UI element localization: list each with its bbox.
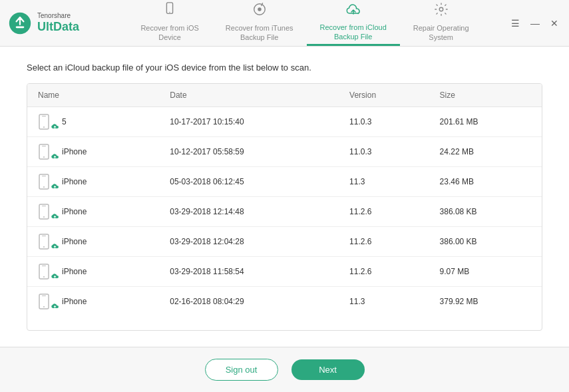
cell-date-3: 03-29-2018 12:14:48 [159,197,339,227]
tab-ios-device[interactable]: Recover from iOSDevice [127,0,212,46]
svg-point-11 [43,156,45,158]
window-controls: ☰ — ✕ [508,17,561,30]
svg-point-6 [439,7,443,11]
ios-device-icon [162,2,177,21]
svg-rect-1 [16,26,25,28]
cell-name-3: iPhone [27,197,159,227]
page-instruction: Select an iCloud backup file of your iOS… [27,63,542,73]
sign-out-button[interactable]: Sign out [205,359,278,381]
title-bar: Tenorshare UltData Recover from iOSDevic… [0,0,569,47]
table-row[interactable]: iPhone 05-03-2018 06:12:4511.323.46 MB [27,167,542,197]
cell-version-0: 11.0.3 [339,107,429,137]
table-row[interactable]: iPhone 03-29-2018 12:04:2811.2.6386.00 K… [27,227,542,257]
table-header-row: Name Date Version Size [27,84,542,107]
menu-button[interactable]: ☰ [508,17,522,30]
cell-name-2: iPhone [27,167,159,197]
svg-point-5 [258,7,262,11]
svg-rect-18 [42,206,46,206]
cell-size-0: 201.61 MB [429,107,542,137]
svg-point-26 [43,306,45,307]
cell-version-6: 11.3 [339,287,429,317]
table-row[interactable]: 5 10-17-2017 10:15:4011.0.3201.61 MB [27,107,542,137]
cell-version-3: 11.2.6 [339,197,429,227]
tab-repair-os[interactable]: Repair OperatingSystem [400,0,482,46]
cell-date-1: 10-12-2017 05:58:59 [159,137,339,167]
svg-point-17 [43,216,45,218]
svg-rect-15 [42,176,46,176]
icloud-icon [345,3,361,20]
cloud-badge [51,122,59,131]
table-row[interactable]: iPhone 10-12-2017 05:58:5911.0.324.22 MB [27,137,542,167]
device-name: iPhone [62,267,87,276]
cell-version-2: 11.3 [339,167,429,197]
close-button[interactable]: ✕ [548,17,561,30]
logo: Tenorshare UltData [8,11,101,35]
cell-size-6: 379.92 MB [429,287,542,317]
cell-date-0: 10-17-2017 10:15:40 [159,107,339,137]
cell-name-1: iPhone [27,137,159,167]
next-button[interactable]: Next [291,359,365,380]
device-icon [38,264,58,280]
tab-icloud-backup-label: Recover from iCloudBackup File [320,23,387,42]
logo-icon [8,11,32,35]
backup-table: Name Date Version Size [27,84,542,316]
table-body: 5 10-17-2017 10:15:4011.0.3201.61 MB [27,107,542,317]
device-icon [38,174,58,190]
table-row[interactable]: iPhone 03-29-2018 12:14:4811.2.6386.08 K… [27,197,542,227]
footer: Sign out Next [0,347,569,392]
svg-point-23 [43,276,45,278]
cloud-badge [51,242,59,251]
svg-point-8 [43,126,45,128]
brand-bottom: UltData [37,20,79,35]
cell-size-5: 9.07 MB [429,257,542,287]
navigation-tabs: Recover from iOSDevice Recover from iTun… [101,0,508,46]
brand-top: Tenorshare [37,12,79,20]
device-icon [38,294,58,309]
col-name: Name [27,84,159,107]
main-content: Select an iCloud backup file of your iOS… [0,47,569,347]
cloud-badge [51,301,59,311]
svg-rect-27 [42,295,46,296]
table-row[interactable]: iPhone 03-29-2018 11:58:5411.2.69.07 MB [27,257,542,287]
svg-rect-24 [42,266,46,266]
tab-itunes-backup[interactable]: Recover from iTunesBackup File [212,0,307,46]
cell-date-5: 03-29-2018 11:58:54 [159,257,339,287]
tab-itunes-backup-label: Recover from iTunesBackup File [226,23,293,43]
itunes-icon [252,2,267,21]
cell-name-0: 5 [27,107,159,137]
device-icon [38,144,58,160]
device-name: iPhone [62,207,87,216]
cell-version-4: 11.2.6 [339,227,429,257]
minimize-button[interactable]: — [528,17,542,30]
cell-date-2: 05-03-2018 06:12:45 [159,167,339,197]
cloud-badge [51,212,59,221]
tab-ios-device-label: Recover from iOSDevice [140,23,198,43]
cloud-badge [51,152,59,161]
cell-size-1: 24.22 MB [429,137,542,167]
cell-version-1: 11.0.3 [339,137,429,167]
backup-table-container[interactable]: Name Date Version Size [27,83,542,331]
repair-icon [434,2,449,21]
device-name: iPhone [62,147,87,156]
device-name: 5 [62,117,67,126]
device-icon [38,204,58,220]
device-icon [38,114,58,130]
device-name: iPhone [62,177,87,186]
col-version: Version [339,84,429,107]
svg-point-3 [169,12,170,13]
logo-text: Tenorshare UltData [37,12,79,35]
cloud-badge [51,272,59,281]
cell-version-5: 11.2.6 [339,257,429,287]
device-name: iPhone [62,297,87,306]
cell-name-6: iPhone [27,287,159,317]
col-date: Date [159,84,339,107]
cell-size-4: 386.00 KB [429,227,542,257]
cell-name-5: iPhone [27,257,159,287]
svg-rect-21 [42,236,46,236]
cell-size-2: 23.46 MB [429,167,542,197]
svg-rect-9 [42,116,46,116]
svg-point-20 [43,246,45,248]
cell-name-4: iPhone [27,227,159,257]
tab-icloud-backup[interactable]: Recover from iCloudBackup File [307,0,400,46]
table-row[interactable]: iPhone 02-16-2018 08:04:2911.3379.92 MB [27,287,542,317]
